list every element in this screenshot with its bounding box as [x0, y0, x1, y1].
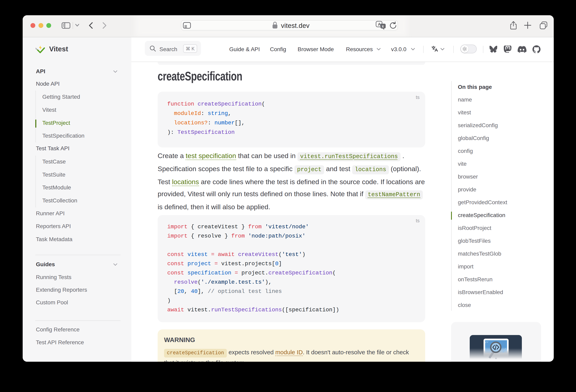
- svg-text:x̄: x̄: [382, 25, 384, 28]
- svg-text:A: A: [378, 22, 381, 27]
